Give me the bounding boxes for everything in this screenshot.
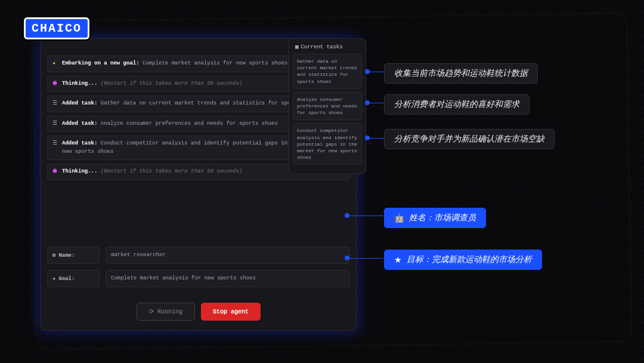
- tasks-header: ▦ Current tasks: [293, 42, 362, 54]
- annotation-task-2: 分析消费者对运动鞋的喜好和需求: [384, 94, 530, 115]
- grid-icon: ▦: [295, 44, 298, 50]
- connector-dot: [345, 256, 349, 260]
- feed-hint: (Restart if this takes more than 30 seco…: [101, 81, 243, 87]
- name-row: ⊞ Name: market researcher: [47, 247, 350, 264]
- list-icon: ☰: [52, 100, 58, 108]
- current-tasks-panel: ▦ Current tasks Gather data on current m…: [289, 38, 366, 174]
- stop-agent-button[interactable]: Stop agent: [201, 303, 261, 321]
- task-card[interactable]: Gather data on current market trends and…: [293, 54, 362, 89]
- name-label-box: ⊞ Name:: [47, 247, 100, 264]
- feed-label: Added task:: [62, 140, 97, 146]
- connector-dot: [365, 69, 370, 74]
- logo-text: CHAICO: [24, 17, 89, 39]
- feed-label: Thinking...: [62, 81, 97, 87]
- feed-text: Gather data on current market trends and…: [101, 100, 320, 106]
- feed-label: Added task:: [62, 100, 97, 106]
- connector-dot: [365, 100, 370, 105]
- feed-text: Analyze consumer preferences and needs f…: [101, 121, 278, 127]
- connector-line: [370, 72, 384, 72]
- feed-label: Thinking...: [62, 168, 97, 174]
- connector-dot: [345, 213, 349, 218]
- form-section: ⊞ Name: market researcher ★ Goal: Comple…: [41, 238, 356, 293]
- running-button: ⟳ Running: [137, 303, 195, 321]
- task-card[interactable]: Analyze consumer preferences and needs f…: [293, 92, 362, 121]
- thinking-icon: ⬢: [52, 80, 58, 88]
- connector-line: [370, 103, 384, 103]
- logo: CHAICO: [18, 7, 95, 49]
- annotation-task-3: 分析竞争对手并为新品确认潜在市场空缺: [384, 129, 555, 149]
- connector-dot: [365, 136, 370, 140]
- goal-label-box: ★ Goal:: [47, 270, 100, 287]
- star-icon: ★: [394, 255, 402, 264]
- feed-hint: (Restart if this takes more than 30 seco…: [101, 168, 243, 174]
- name-label: Name:: [58, 253, 75, 259]
- connector-line: [370, 138, 384, 139]
- robot-icon: 🤖: [394, 213, 404, 223]
- name-input[interactable]: market researcher: [106, 247, 350, 264]
- list-icon: ☰: [52, 140, 58, 148]
- robot-icon: ⊞: [52, 252, 55, 259]
- thinking-icon: ⬢: [52, 168, 58, 176]
- feed-text: Complete market analysis for new sports …: [143, 60, 287, 66]
- annotation-name: 🤖 姓名：市场调查员: [384, 208, 486, 228]
- annotation-task-1: 收集当前市场趋势和运动鞋统计数据: [384, 63, 538, 84]
- goal-input[interactable]: Complete market analysis for new sports …: [106, 270, 350, 287]
- goal-label: Goal:: [58, 276, 75, 282]
- running-label: Running: [157, 309, 182, 315]
- star-icon: ★: [52, 60, 58, 68]
- spinner-icon: ⟳: [149, 308, 154, 315]
- star-icon: ★: [52, 275, 55, 282]
- list-icon: ☰: [52, 120, 58, 128]
- goal-row: ★ Goal: Complete market analysis for new…: [47, 270, 350, 287]
- annotation-goal: ★ 目标：完成新款运动鞋的市场分析: [384, 250, 542, 270]
- feed-label: Added task:: [62, 121, 97, 127]
- connector-line: [349, 258, 383, 259]
- task-card[interactable]: Conduct competitor analysis and identify…: [293, 123, 362, 165]
- feed-label: Embarking on a new goal:: [62, 60, 140, 66]
- button-row: ⟳ Running Stop agent: [41, 293, 356, 330]
- connector-line: [349, 216, 383, 216]
